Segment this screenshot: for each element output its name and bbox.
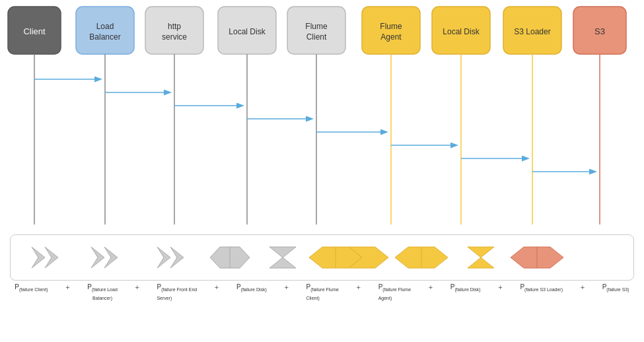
prob-label: P(failure Front EndServer) bbox=[157, 283, 197, 300]
svg-marker-44 bbox=[170, 247, 184, 268]
svg-marker-47 bbox=[269, 247, 296, 268]
prob-frontend: P(failure Front EndServer) bbox=[157, 283, 197, 300]
prob-s3: P(failure S3) bbox=[602, 283, 629, 292]
prob-disk2: P(failure Disk) bbox=[450, 283, 481, 292]
svg-text:Local Disk: Local Disk bbox=[443, 27, 480, 36]
shapes-svg bbox=[25, 240, 620, 275]
plus-7: + bbox=[498, 283, 502, 291]
svg-marker-53 bbox=[468, 247, 494, 268]
svg-text:Balancer: Balancer bbox=[89, 32, 120, 42]
probability-row: P(failure Client) + P(failure LoadBalanc… bbox=[0, 283, 644, 300]
svg-text:Agent: Agent bbox=[380, 32, 402, 42]
plus-3: + bbox=[215, 283, 219, 291]
plus-8: + bbox=[581, 283, 585, 291]
prob-label: P(failure FlumeClient) bbox=[306, 283, 339, 300]
svg-marker-43 bbox=[157, 247, 170, 268]
prob-label: P(failure Disk) bbox=[236, 283, 267, 292]
svg-text:Client: Client bbox=[23, 26, 46, 36]
bottom-panel: P(failure Client) + P(failure LoadBalanc… bbox=[0, 234, 644, 342]
prob-disk1: P(failure Disk) bbox=[236, 283, 267, 292]
plus-2: + bbox=[135, 283, 139, 291]
prob-s3loader: P(failure S3 Loader) bbox=[520, 283, 563, 292]
svg-marker-40 bbox=[45, 247, 58, 268]
prob-label: P(failure S3 Loader) bbox=[520, 283, 563, 292]
prob-label: P(failure S3) bbox=[602, 283, 629, 292]
shapes-container bbox=[10, 234, 634, 281]
sequence-diagram: Client Load Balancer http service Local … bbox=[0, 0, 644, 238]
svg-text:S3: S3 bbox=[594, 26, 605, 36]
plus-5: + bbox=[357, 283, 361, 291]
svg-text:Flume: Flume bbox=[380, 22, 402, 31]
svg-text:Local Disk: Local Disk bbox=[229, 27, 266, 36]
svg-marker-42 bbox=[104, 247, 118, 268]
prob-lb: P(failure LoadBalancer) bbox=[87, 283, 118, 300]
svg-text:Client: Client bbox=[306, 32, 327, 42]
svg-text:Flume: Flume bbox=[305, 22, 328, 31]
plus-1: + bbox=[65, 283, 69, 291]
svg-text:service: service bbox=[162, 32, 187, 42]
svg-marker-41 bbox=[91, 247, 104, 268]
prob-label: P(failure Client) bbox=[15, 283, 48, 292]
svg-marker-39 bbox=[32, 247, 45, 268]
svg-text:http: http bbox=[168, 22, 181, 31]
prob-label: P(failure FlumeAgent) bbox=[378, 283, 411, 300]
plus-4: + bbox=[284, 283, 288, 291]
svg-text:Load: Load bbox=[96, 22, 114, 31]
prob-label: P(failure LoadBalancer) bbox=[87, 283, 118, 300]
prob-flume-client: P(failure FlumeClient) bbox=[306, 283, 339, 300]
plus-6: + bbox=[429, 283, 433, 291]
prob-client: P(failure Client) bbox=[15, 283, 48, 292]
prob-label: P(failure Disk) bbox=[450, 283, 481, 292]
diagram-svg: Client Load Balancer http service Local … bbox=[0, 0, 644, 238]
svg-text:S3 Loader: S3 Loader bbox=[514, 27, 550, 36]
prob-flume-agent: P(failure FlumeAgent) bbox=[378, 283, 411, 300]
